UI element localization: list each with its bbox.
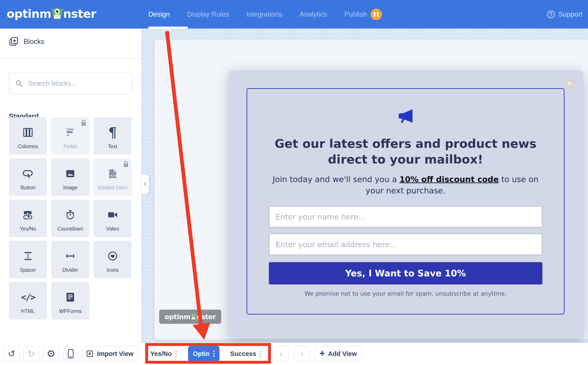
optin-form-container[interactable]: Get our latest offers and product news d… [247, 88, 565, 315]
chevron-right-icon: › [300, 349, 303, 359]
kebab-menu-icon[interactable] [213, 351, 215, 357]
next-view-button[interactable]: › [294, 346, 310, 361]
kebab-menu-icon[interactable] [175, 351, 177, 357]
add-view-button[interactable]: + Add View [314, 346, 362, 361]
alarm-clock-icon [51, 206, 89, 224]
divider-icon [51, 247, 89, 265]
optinmonster-watermark: optinm nster [159, 310, 221, 324]
block-search[interactable] [9, 73, 132, 94]
popup-subtext[interactable]: Join today and we'll send you a 10% off … [271, 174, 540, 197]
columns-icon [9, 124, 47, 141]
top-navbar: optinm nster Design Display Rules Integr… [0, 0, 588, 28]
discount-code-link[interactable]: 10% off discount code [399, 175, 499, 184]
close-icon[interactable]: ✕ [563, 77, 576, 90]
kebab-menu-icon[interactable] [260, 351, 261, 357]
view-tab-optin-active[interactable]: Optin [188, 345, 219, 362]
view-tab-yesno[interactable]: Yes/No [150, 346, 177, 361]
mobile-preview-button[interactable] [63, 346, 79, 361]
block-tile-embed-form[interactable]: </> Embed Form [94, 158, 132, 196]
logo-text-suffix: nster [63, 7, 96, 20]
wpforms-icon [51, 288, 89, 306]
monster-mascot-icon [51, 7, 64, 21]
code-icon: </> [9, 288, 47, 306]
block-tile-video[interactable]: Video [94, 200, 132, 237]
redo-icon: ↻ [28, 349, 35, 358]
chevron-left-icon: ‹ [280, 349, 283, 359]
block-tile-wpforms[interactable]: WPForms [51, 282, 89, 320]
block-tile-html[interactable]: </> HTML [9, 282, 47, 320]
tab-integrations[interactable]: Integrations [246, 10, 282, 18]
support-link[interactable]: Support [547, 0, 582, 28]
monster-mascot-icon [190, 313, 197, 321]
logo-text-prefix: optinm [7, 7, 51, 20]
block-tile-yesno[interactable]: Yes/No [9, 200, 47, 237]
block-tile-spacer[interactable]: Spacer [9, 241, 47, 278]
mobile-preview-icon [67, 349, 74, 358]
import-box-icon [86, 350, 94, 358]
search-icon [15, 79, 23, 87]
tab-display-rules[interactable]: Display Rules [187, 10, 229, 18]
chevron-left-icon: ‹ [144, 179, 146, 189]
popup-headline[interactable]: Get our latest offers and product news d… [255, 136, 556, 168]
block-tile-icons[interactable]: Icons [94, 241, 132, 278]
undo-icon: ↺ [8, 349, 15, 358]
nav-tabs: Design Display Rules Integrations Analyt… [148, 0, 382, 28]
design-canvas[interactable]: ✕ Get our latest offers and product news… [141, 28, 588, 343]
pause-icon [370, 9, 382, 20]
embed-form-icon: </> [94, 165, 132, 182]
blocks-sidebar: Blocks Standard Columns [0, 28, 141, 343]
sidebar-title: Blocks [9, 36, 44, 46]
svg-text:</>: </> [110, 174, 116, 178]
megaphone-icon [398, 109, 414, 123]
video-camera-icon [94, 206, 132, 224]
bottom-toolbar: ↺ ↻ ⚙ Import View Yes/No Optin Success ‹… [0, 343, 588, 365]
block-tile-countdown[interactable]: Countdown [51, 200, 89, 237]
tab-publish[interactable]: Publish [344, 9, 382, 20]
import-view-button[interactable]: Import View [82, 346, 138, 361]
cta-button[interactable]: Yes, I Want to Save 10% [269, 262, 542, 284]
block-tile-button[interactable]: Button [9, 158, 47, 196]
prev-view-button[interactable]: ‹ [273, 346, 289, 361]
active-tab-indicator [148, 27, 188, 28]
settings-button[interactable]: ⚙ [43, 346, 59, 361]
block-tile-image[interactable]: Image [51, 158, 89, 196]
undo-button[interactable]: ↺ [3, 346, 20, 361]
block-tile-columns[interactable]: Columns [9, 117, 47, 155]
view-tab-success[interactable]: Success [230, 346, 261, 361]
sidebar-collapse-handle[interactable]: ‹ [141, 175, 149, 194]
email-field[interactable] [269, 234, 542, 255]
block-tile-divider[interactable]: Divider [51, 241, 89, 278]
add-block-icon [9, 36, 19, 46]
tab-design[interactable]: Design [148, 10, 170, 18]
button-cursor-icon [9, 165, 47, 182]
sidebar-divider [0, 58, 141, 59]
block-tile-fields[interactable]: Fields [51, 117, 89, 155]
heart-circle-icon [94, 247, 132, 265]
spacer-icon [9, 247, 47, 265]
popup-disclaimer: We promise not to use your email for spa… [305, 290, 507, 297]
tab-analytics[interactable]: Analytics [299, 10, 327, 18]
image-icon [51, 165, 89, 182]
search-input[interactable] [28, 79, 123, 87]
plus-icon: + [319, 349, 325, 358]
optin-popup-preview[interactable]: ✕ Get our latest offers and product news… [229, 70, 583, 338]
block-tiles-grid: Columns Fields ¶ Text [9, 117, 134, 320]
optinmonster-logo[interactable]: optinm nster [7, 7, 96, 21]
help-circle-icon [547, 10, 555, 19]
gear-icon: ⚙ [47, 349, 55, 358]
name-field[interactable] [269, 206, 542, 227]
redo-button[interactable]: ↻ [23, 346, 39, 361]
yesno-cursor-icon [9, 206, 47, 224]
paragraph-icon: ¶ [94, 124, 132, 141]
fields-icon [51, 124, 89, 141]
block-tile-text[interactable]: ¶ Text [94, 117, 132, 155]
